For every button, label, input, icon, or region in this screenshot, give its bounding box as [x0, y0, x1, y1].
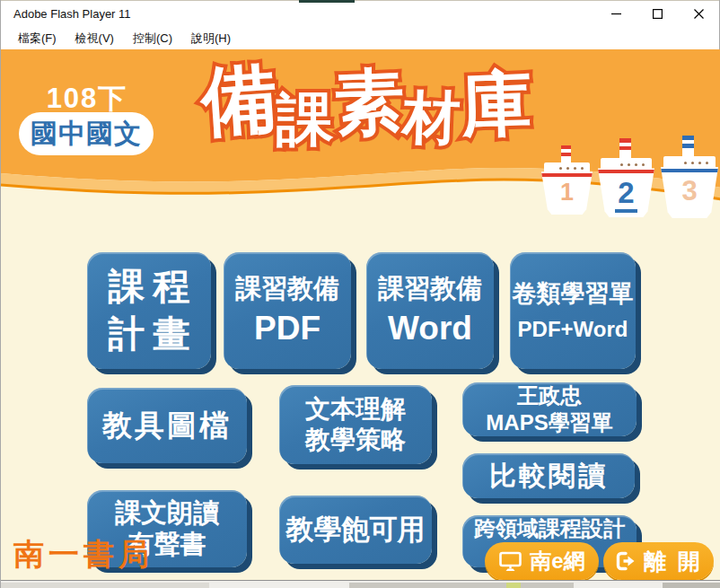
worksheet-pdf-word-button[interactable]: 卷類學習單 PDF+Word: [510, 252, 636, 369]
ship-deck: [663, 156, 716, 169]
menu-item-help[interactable]: 說明(H): [183, 28, 241, 49]
ship-deck: [601, 158, 652, 170]
exit-button[interactable]: 離 開: [603, 542, 714, 580]
textbook-pdf-button[interactable]: 課習教備 PDF: [224, 252, 351, 369]
menu-item-view[interactable]: 檢視(V): [67, 28, 125, 49]
close-icon: [694, 9, 704, 19]
maximize-icon: [653, 9, 663, 19]
background-sliver-top: [299, 0, 355, 3]
background-window-sliver: [1, 580, 720, 588]
minimize-icon: [611, 9, 621, 19]
window-top-border: [1, 0, 719, 1]
window-titlebar[interactable]: Adobe Flash Player 11: [1, 1, 719, 27]
main-title-char: 庫: [461, 68, 533, 141]
text-comprehension-button[interactable]: 文本理解 教學策略: [279, 385, 432, 464]
ship-number: 3: [661, 177, 718, 205]
teaching-resources-button[interactable]: 教學飽可用: [279, 496, 432, 564]
window-controls: [595, 1, 719, 27]
ship-deck: [544, 162, 590, 173]
textbook-word-button[interactable]: 課習教備 Word: [366, 252, 494, 369]
window-title: Adobe Flash Player 11: [13, 7, 131, 21]
menu-bar: 檔案(F) 檢視(V) 控制(C) 說明(H): [1, 27, 719, 49]
ship-number: 1: [541, 180, 593, 205]
background-app-content: [663, 583, 720, 588]
nan-e-net-label: 南e網: [530, 547, 584, 575]
main-title-char: 備: [199, 59, 280, 140]
comparative-reading-button[interactable]: 比較閱讀: [462, 453, 635, 498]
subject-badge-label: 國中國文: [31, 116, 142, 153]
subject-badge: 國中國文: [19, 112, 154, 155]
brand-logo: 南一書局: [13, 534, 154, 575]
exit-arrow-icon: [614, 550, 637, 572]
close-button[interactable]: [678, 1, 719, 27]
teaching-aids-button[interactable]: 教具圖檔: [87, 388, 247, 463]
ship-number: 2: [598, 178, 654, 213]
flash-player-window: Adobe Flash Player 11 檔案(F) 檢視(V) 控制(C) …: [0, 0, 720, 588]
ship-volume-2[interactable]: 2: [598, 138, 654, 217]
background-app-content: [506, 583, 521, 588]
main-title-char: 課: [277, 91, 334, 148]
menu-item-file[interactable]: 檔案(F): [10, 28, 67, 49]
nan-e-net-button[interactable]: 南e網: [485, 542, 599, 580]
ship-funnel-icon: [561, 145, 571, 164]
maps-worksheet-button[interactable]: 王政忠 MAPS學習單: [462, 382, 637, 436]
exit-label: 離 開: [644, 547, 703, 576]
minimize-button[interactable]: [595, 1, 637, 27]
course-plan-button[interactable]: 課程 計畫: [87, 252, 211, 369]
ship-funnel-icon: [682, 136, 694, 158]
ship-volume-3[interactable]: 3: [661, 136, 718, 218]
monitor-icon: [498, 551, 522, 572]
porthole-dots-icon: [706, 162, 708, 164]
menu-item-control[interactable]: 控制(C): [125, 28, 183, 49]
ship-funnel-icon: [619, 138, 631, 160]
main-title-char: 材: [402, 88, 461, 147]
ship-volume-1[interactable]: 1: [541, 145, 593, 215]
main-title-char: 素: [333, 66, 406, 139]
maximize-button[interactable]: [637, 1, 678, 27]
flash-stage: 108下 國中國文 備 課 素 材 庫 1 2 3: [1, 49, 720, 580]
background-app-content: [349, 583, 574, 588]
porthole-dots-icon: [581, 167, 584, 170]
porthole-dots-icon: [642, 163, 645, 166]
background-app-content: [1, 583, 209, 588]
main-title: 備 課 素 材 庫: [191, 55, 541, 130]
